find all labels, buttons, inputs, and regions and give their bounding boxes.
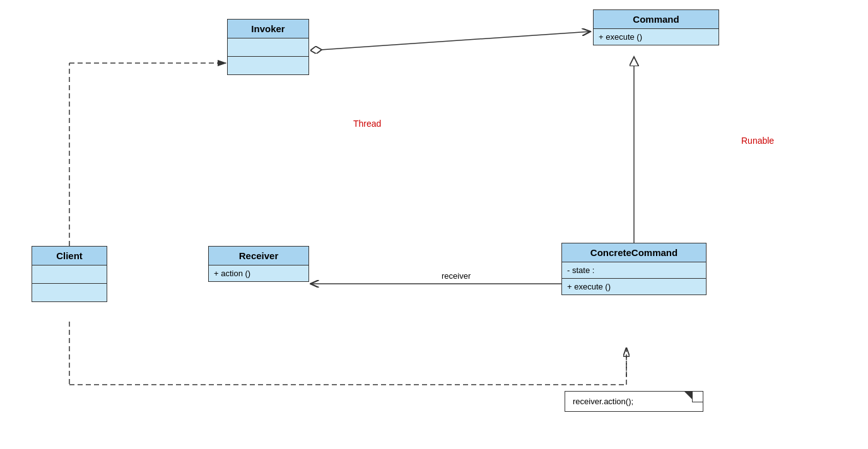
receiver-section1: + action () [209, 265, 308, 281]
note-box: receiver.action(); [565, 391, 703, 412]
command-name: Command [594, 10, 718, 29]
diagram-canvas: Invoker Command + execute () Client Rece… [0, 0, 868, 449]
client-name: Client [32, 247, 107, 265]
class-receiver: Receiver + action () [208, 246, 309, 282]
concrete-command-name: ConcreteCommand [562, 243, 706, 262]
class-invoker: Invoker [227, 19, 309, 75]
receiver-assoc-label: receiver [442, 271, 471, 281]
concrete-command-section1: - state : [562, 262, 706, 279]
class-command: Command + execute () [593, 9, 719, 45]
client-section2 [32, 284, 107, 301]
invoker-section2 [228, 57, 308, 74]
thread-label: Thread [353, 119, 381, 129]
svg-line-6 [310, 32, 590, 50]
class-concrete-command: ConcreteCommand - state : + execute () [561, 243, 707, 295]
client-section1 [32, 265, 107, 284]
arrows-layer [0, 0, 868, 449]
command-section1: + execute () [594, 29, 718, 45]
receiver-name: Receiver [209, 247, 308, 265]
invoker-name: Invoker [228, 20, 308, 38]
note-text: receiver.action(); [573, 397, 633, 406]
invoker-section1 [228, 38, 308, 57]
concrete-command-section2: + execute () [562, 279, 706, 294]
runable-label: Runable [741, 136, 774, 146]
class-client: Client [32, 246, 107, 302]
